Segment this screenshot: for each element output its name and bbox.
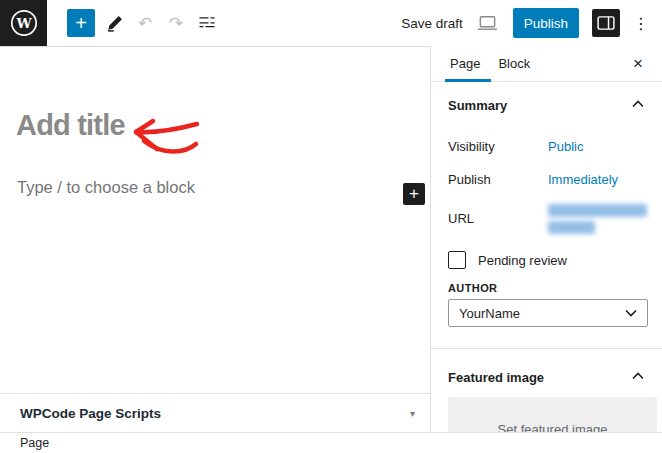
wordpress-block-editor: W + ↶ ↷ Save d: [0, 0, 662, 453]
add-block-button[interactable]: +: [403, 183, 425, 205]
red-annotation-arrow: [112, 103, 207, 168]
url-value-redacted-line2[interactable]: [548, 221, 595, 234]
set-featured-image-label: Set featured image: [448, 422, 657, 432]
pending-review-label: Pending review: [478, 253, 567, 268]
summary-panel-header[interactable]: Summary: [448, 96, 507, 114]
settings-sidebar: Page Block × Summary Visibility Public P…: [430, 46, 662, 432]
chevron-up-icon[interactable]: [632, 372, 644, 380]
visibility-label: Visibility: [448, 139, 495, 154]
undo-icon: ↶: [138, 13, 152, 34]
toolbar-left-group: + ↶ ↷: [67, 9, 219, 37]
visibility-value-link[interactable]: Public: [548, 139, 583, 154]
chevron-up-icon[interactable]: [632, 100, 644, 108]
editor-topbar: W + ↶ ↷ Save d: [0, 0, 662, 46]
author-select[interactable]: YourName: [448, 299, 648, 327]
featured-image-heading: Featured image: [448, 370, 544, 385]
wordpress-logo[interactable]: W: [0, 0, 47, 46]
editor-canvas[interactable]: Add title Type / to choose a block + WPC…: [0, 46, 430, 432]
wpcode-page-scripts-panel[interactable]: WPCode Page Scripts ▾: [0, 393, 430, 432]
redo-icon: ↷: [169, 13, 183, 34]
author-selected-value: YourName: [459, 306, 625, 321]
settings-sidebar-toggle[interactable]: [592, 9, 620, 37]
empty-block-placeholder[interactable]: Type / to choose a block: [17, 178, 195, 197]
active-tab-indicator: [445, 79, 491, 82]
editor-footer-breadcrumb: Page: [0, 432, 662, 453]
sidebar-panel-icon: [597, 15, 615, 31]
set-featured-image-button[interactable]: Set featured image: [448, 397, 657, 432]
options-menu-button[interactable]: ⋮: [633, 14, 649, 33]
edit-mode-button[interactable]: [102, 9, 126, 37]
url-value-redacted-line1[interactable]: [548, 204, 647, 217]
wordpress-logo-icon: W: [9, 8, 39, 38]
redo-button[interactable]: ↷: [164, 9, 188, 37]
post-title-input[interactable]: Add title: [16, 109, 125, 142]
author-field-label: AUTHOR: [448, 282, 497, 294]
tab-page[interactable]: Page: [445, 46, 485, 81]
url-label: URL: [448, 211, 474, 226]
preview-button[interactable]: [476, 9, 500, 37]
document-overview-button[interactable]: [195, 9, 219, 37]
list-view-icon: [197, 13, 217, 33]
chevron-down-icon: [625, 309, 637, 317]
featured-image-panel-header[interactable]: Featured image: [448, 368, 544, 386]
block-inserter-toggle[interactable]: +: [67, 9, 95, 37]
panel-divider: [431, 348, 662, 349]
publish-date-label: Publish: [448, 172, 491, 187]
tab-block[interactable]: Block: [493, 46, 535, 81]
publish-date-value-link[interactable]: Immediately: [548, 172, 618, 187]
preview-desktop-icon: [477, 14, 498, 32]
pending-review-checkbox[interactable]: [448, 251, 466, 269]
wpcode-panel-label: WPCode Page Scripts: [20, 406, 410, 421]
pencil-icon: [105, 14, 124, 33]
publish-button[interactable]: Publish: [513, 8, 579, 38]
summary-heading: Summary: [448, 98, 507, 113]
undo-button[interactable]: ↶: [133, 9, 157, 37]
svg-text:W: W: [15, 15, 32, 31]
editor-body: Add title Type / to choose a block + WPC…: [0, 46, 662, 432]
close-sidebar-button[interactable]: ×: [628, 53, 648, 75]
dropdown-triangle-icon: ▾: [410, 408, 415, 419]
sidebar-tabs: Page Block ×: [431, 46, 662, 82]
breadcrumb-page[interactable]: Page: [20, 436, 49, 450]
save-draft-button[interactable]: Save draft: [401, 16, 463, 31]
toolbar-right-group: Save draft Publish ⋮: [401, 8, 662, 38]
